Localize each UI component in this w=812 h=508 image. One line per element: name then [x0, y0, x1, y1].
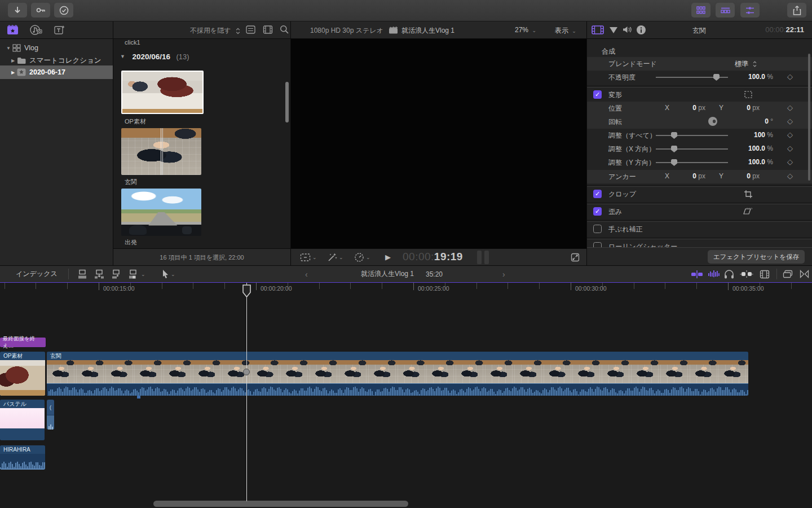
clips-tab[interactable]: [7, 24, 19, 35]
import-media-button[interactable]: [8, 3, 27, 17]
clip-thumbnail-genkan[interactable]: [121, 128, 201, 175]
connect-edit-button[interactable]: [77, 266, 89, 282]
list-view-icon[interactable]: [246, 25, 255, 34]
keyframe-diamond-icon[interactable]: ◇: [784, 144, 796, 152]
sidebar-item-library[interactable]: ▼ Vlog: [0, 42, 113, 54]
viewer-view-dropdown[interactable]: 表示 ⌄: [555, 26, 576, 36]
timeline-horizontal-scrollbar[interactable]: [153, 501, 408, 507]
show-browser-button[interactable]: [691, 3, 710, 17]
next-project-chevron[interactable]: ›: [502, 266, 505, 282]
append-edit-button[interactable]: [111, 266, 122, 282]
audio-meter-left[interactable]: [477, 251, 482, 264]
enhancements-dropdown[interactable]: ⌄: [327, 252, 343, 262]
timeline-clip-op[interactable]: OP素材: [0, 352, 45, 396]
timeline-clip-hirahira[interactable]: HIRAHIRA: [0, 445, 45, 470]
share-button[interactable]: [787, 3, 806, 17]
timeline-clip-small[interactable]: (: [47, 400, 54, 430]
timeline-collapse-toggle[interactable]: [800, 266, 809, 282]
titles-generators-tab[interactable]: [54, 24, 66, 36]
clip-appearance-button[interactable]: [760, 266, 770, 282]
keyword-editor-button[interactable]: [31, 3, 50, 17]
transform-icon[interactable]: [744, 90, 753, 99]
filmstrip-view-icon[interactable]: [263, 25, 273, 34]
audio-skimming-toggle[interactable]: [708, 266, 720, 282]
fullscreen-button[interactable]: [571, 253, 580, 262]
index-button[interactable]: インデックス: [16, 266, 58, 282]
playhead-dot[interactable]: [243, 369, 250, 375]
audio-meter-right[interactable]: [484, 251, 489, 264]
insert-edit-button[interactable]: [94, 266, 105, 282]
timeline-clip-genkan[interactable]: 玄関: [47, 352, 748, 396]
timeline-clip-pastel[interactable]: パステル: [0, 400, 45, 440]
keyframe-diamond-icon[interactable]: ◇: [784, 103, 796, 112]
opacity-value[interactable]: 100.0 %: [721, 73, 773, 81]
skimming-toggle[interactable]: [691, 266, 703, 282]
keyframe-diamond-icon[interactable]: ◇: [784, 157, 796, 166]
slider-thumb[interactable]: [671, 159, 677, 166]
viewer-format-label[interactable]: 1080p HD 30p ステレオ: [310, 26, 383, 36]
snapping-toggle[interactable]: [740, 266, 753, 282]
rotation-dial[interactable]: [708, 117, 717, 126]
show-inspector-button[interactable]: [740, 3, 760, 17]
crop-icon[interactable]: [744, 190, 753, 199]
slider-thumb[interactable]: [671, 146, 677, 152]
distort-icon[interactable]: [743, 208, 754, 215]
keyframe-diamond-icon[interactable]: ◇: [784, 72, 796, 81]
background-tasks-button[interactable]: [54, 3, 73, 17]
playhead-line[interactable]: [246, 283, 247, 501]
audio-solo-toggle[interactable]: [724, 266, 734, 282]
save-effects-preset-button[interactable]: エフェクトプリセットを保存: [708, 250, 805, 264]
scale-x-slider[interactable]: [656, 148, 728, 150]
timeline-display-toggle[interactable]: [783, 266, 793, 282]
scale-y-slider[interactable]: [656, 162, 728, 163]
trim-overlay-dropdown[interactable]: ⌄: [300, 253, 317, 262]
play-button[interactable]: ▶: [385, 253, 391, 261]
hide-rejected-dropdown[interactable]: 不採用を隠す: [190, 26, 240, 36]
overwrite-edit-dropdown[interactable]: ⌄: [127, 266, 145, 282]
distort-checkbox[interactable]: ✓: [593, 207, 602, 216]
anchor-x-value[interactable]: 0 px: [673, 172, 705, 180]
clip-thumbnail-op[interactable]: [121, 71, 204, 114]
browser-group-header[interactable]: ▼ 2020/06/16 (13): [120, 51, 189, 62]
blend-mode-popup[interactable]: 標準: [735, 59, 757, 69]
keyframe-diamond-icon[interactable]: ◇: [784, 172, 796, 180]
video-inspector-tab[interactable]: [592, 25, 604, 34]
browser-scrollbar[interactable]: [285, 82, 289, 122]
stabilization-checkbox[interactable]: [593, 225, 602, 233]
search-icon[interactable]: [280, 25, 289, 34]
rotation-value[interactable]: 0 °: [721, 117, 773, 125]
anchor-y-value[interactable]: 0 px: [727, 172, 760, 180]
color-inspector-tab[interactable]: [609, 27, 618, 34]
sidebar-item-smart-collection[interactable]: ▶ スマートコレクション: [0, 54, 113, 67]
timeline-project-title[interactable]: 就活浪人生Vlog 1: [361, 266, 414, 282]
disclosure-down-icon[interactable]: ▼: [5, 46, 12, 51]
sidebar-item-event[interactable]: ▶ 2020-06-17: [0, 65, 113, 79]
scale-all-slider[interactable]: [656, 135, 728, 136]
timeline-clip-title[interactable]: 最終面接を終え…: [0, 338, 46, 347]
retime-dropdown[interactable]: ⌄: [354, 252, 370, 262]
photos-audio-tab[interactable]: [30, 24, 42, 36]
rolling-shutter-checkbox[interactable]: [593, 242, 602, 247]
position-y-value[interactable]: 0 px: [727, 104, 760, 112]
disclosure-right-icon[interactable]: ▶: [9, 58, 17, 63]
inspector-scrollbar[interactable]: [808, 54, 810, 181]
audio-inspector-tab[interactable]: [623, 25, 632, 34]
viewer-timecode[interactable]: 00:00:19:19: [403, 251, 463, 263]
scale-y-value[interactable]: 100.0 %: [721, 158, 773, 166]
previous-project-chevron[interactable]: ‹: [305, 266, 308, 282]
viewer-zoom-dropdown[interactable]: 27% ⌄: [515, 26, 536, 34]
scale-all-value[interactable]: 100 %: [721, 131, 773, 139]
keyframe-diamond-icon[interactable]: ◇: [784, 130, 796, 139]
disclosure-down-icon[interactable]: ▼: [120, 54, 125, 59]
timeline-ruler[interactable]: 00:00:15:0000:00:20:0000:00:25:0000:00:3…: [0, 283, 812, 297]
show-timeline-button[interactable]: [716, 3, 735, 17]
disclosure-right-icon[interactable]: ▶: [9, 70, 17, 75]
keyframe-diamond-icon[interactable]: ◇: [784, 117, 796, 125]
crop-checkbox[interactable]: ✓: [593, 190, 602, 198]
info-inspector-tab[interactable]: [636, 25, 646, 35]
position-x-value[interactable]: 0 px: [673, 104, 705, 112]
transform-checkbox[interactable]: ✓: [593, 90, 602, 99]
slider-thumb[interactable]: [671, 132, 677, 139]
pointer-tool-dropdown[interactable]: ⌄: [161, 266, 175, 282]
playhead-handle[interactable]: [242, 284, 251, 297]
